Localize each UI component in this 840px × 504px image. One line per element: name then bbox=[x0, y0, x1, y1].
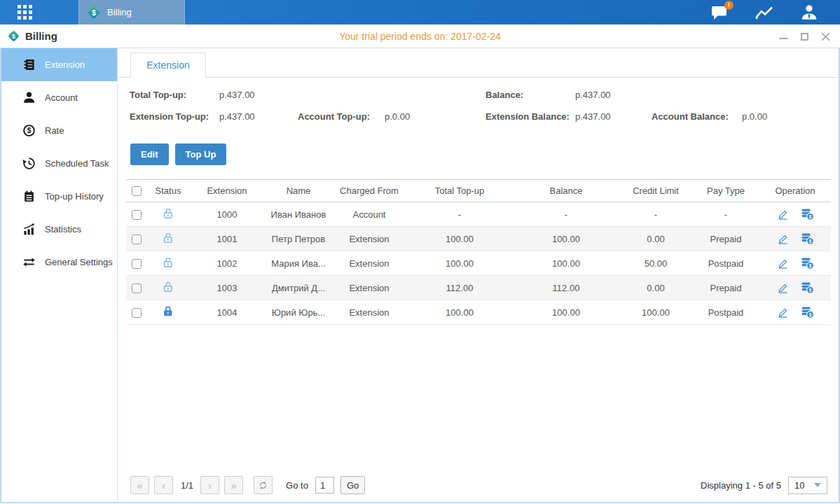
app-launcher-button[interactable] bbox=[0, 0, 49, 24]
app-grid-icon bbox=[18, 5, 32, 20]
top-up-icon[interactable]: $ bbox=[800, 232, 815, 246]
edit-icon[interactable] bbox=[776, 305, 790, 319]
sidebar-item-rate[interactable]: $ Rate bbox=[1, 114, 117, 147]
col-pay-type: Pay Type bbox=[692, 180, 759, 202]
table-body: 1000Иван ИвановAccount----$1001Петр Петр… bbox=[126, 202, 831, 325]
col-name: Name bbox=[265, 180, 332, 202]
row-checkbox[interactable] bbox=[132, 210, 142, 220]
general-settings-icon bbox=[22, 255, 36, 269]
top-up-icon[interactable]: $ bbox=[800, 305, 815, 319]
sidebar-item-statistics[interactable]: Statistics bbox=[1, 213, 117, 246]
goto-page-input[interactable] bbox=[315, 477, 334, 493]
status-cell bbox=[147, 251, 189, 276]
goto-label: Go to bbox=[286, 480, 308, 491]
pay-type-cell: Prepaid bbox=[692, 276, 759, 300]
chevron-down-icon bbox=[814, 483, 821, 487]
operation-cell: $ bbox=[759, 276, 831, 300]
extension-balance-value: p.437.00 bbox=[575, 111, 611, 122]
refresh-icon bbox=[258, 480, 268, 491]
row-checkbox[interactable] bbox=[132, 259, 142, 269]
account-topup-label: Account Top-up: bbox=[298, 111, 370, 122]
sidebar-item-label: Rate bbox=[45, 125, 64, 136]
row-checkbox[interactable] bbox=[132, 284, 142, 293]
app-body: Extension Account $ Rate bbox=[0, 48, 840, 503]
edit-icon[interactable] bbox=[776, 281, 790, 295]
charged-from-cell: Extension bbox=[332, 251, 406, 276]
first-page-button[interactable]: « bbox=[130, 476, 149, 494]
sidebar-item-account[interactable]: Account bbox=[1, 81, 117, 114]
sidebar-item-topup-history[interactable]: Top-up History bbox=[1, 180, 117, 213]
credit-limit-cell: 0.00 bbox=[619, 227, 692, 251]
table-row: 1004Юрий Юрь...Extension100.00100.00100.… bbox=[126, 300, 831, 325]
balance-cell: - bbox=[513, 202, 619, 227]
status-cell bbox=[147, 300, 189, 325]
row-checkbox[interactable] bbox=[132, 234, 142, 244]
operation-cell: $ bbox=[759, 202, 831, 227]
credit-limit-cell: 50.00 bbox=[619, 251, 692, 276]
last-page-button[interactable]: » bbox=[224, 476, 243, 494]
notification-badge: ! bbox=[724, 1, 734, 10]
lock-open-icon bbox=[161, 206, 175, 220]
lock-open-icon bbox=[161, 255, 175, 270]
col-extension: Extension bbox=[189, 180, 265, 202]
trial-notice: Your trial period ends on: 2017-02-24 bbox=[0, 31, 840, 42]
top-up-button[interactable]: Top Up bbox=[175, 144, 227, 165]
top-up-icon[interactable]: $ bbox=[800, 281, 815, 295]
extension-topup-value: p.437.00 bbox=[219, 111, 255, 122]
row-checkbox[interactable] bbox=[132, 308, 142, 318]
next-page-button[interactable]: › bbox=[200, 476, 219, 494]
status-cell bbox=[147, 227, 189, 251]
tab-extension[interactable]: Extension bbox=[130, 52, 206, 78]
sidebar-item-scheduled-task[interactable]: Scheduled Task bbox=[1, 147, 117, 180]
maximize-button[interactable] bbox=[799, 31, 809, 41]
page-size-select[interactable]: 10 bbox=[788, 477, 827, 494]
displaying-info: Displaying 1 - 5 of 5 bbox=[701, 480, 781, 491]
window-controls bbox=[778, 24, 830, 48]
topbar-tab-label: Billing bbox=[107, 7, 132, 18]
total-topup-cell: 100.00 bbox=[406, 227, 513, 251]
page-indicator: 1/1 bbox=[181, 480, 193, 491]
top-up-icon[interactable]: $ bbox=[800, 207, 815, 221]
close-button[interactable] bbox=[820, 31, 830, 41]
charged-from-cell: Extension bbox=[332, 300, 406, 325]
scheduled-task-icon bbox=[22, 157, 36, 170]
sidebar-item-label: Statistics bbox=[45, 224, 81, 234]
rate-icon: $ bbox=[22, 124, 36, 137]
maximize-icon bbox=[801, 33, 808, 41]
topbar-billing-tab[interactable]: $ Billing bbox=[78, 0, 185, 24]
credit-limit-cell: 100.00 bbox=[619, 300, 692, 325]
sidebar-item-label: Extension bbox=[45, 59, 85, 70]
minimize-button[interactable] bbox=[778, 31, 788, 41]
notifications-button[interactable]: ! bbox=[710, 4, 729, 22]
refresh-button[interactable] bbox=[254, 476, 273, 494]
edit-icon[interactable] bbox=[776, 207, 790, 221]
balance-cell: 100.00 bbox=[513, 300, 619, 325]
edit-icon[interactable] bbox=[776, 256, 790, 270]
name-cell: Дмитрий Д... bbox=[265, 276, 332, 300]
sidebar-item-general-settings[interactable]: General Settings bbox=[1, 246, 117, 279]
window-title-bar: $ Billing Your trial period ends on: 201… bbox=[0, 24, 840, 48]
select-all-checkbox[interactable] bbox=[132, 186, 142, 196]
credit-limit-cell: 0.00 bbox=[619, 276, 692, 300]
svg-text:$: $ bbox=[808, 312, 811, 318]
charged-from-cell: Extension bbox=[332, 227, 406, 251]
go-button[interactable]: Go bbox=[340, 476, 365, 494]
total-topup-cell: 112.00 bbox=[406, 276, 513, 300]
reports-button[interactable] bbox=[755, 4, 774, 22]
billing-diamond-icon: $ bbox=[86, 5, 102, 20]
edit-icon[interactable] bbox=[776, 232, 790, 246]
billing-app-window: $ Billing ! bbox=[0, 0, 840, 504]
extension-cell: 1001 bbox=[189, 227, 265, 251]
user-menu-button[interactable] bbox=[799, 4, 819, 22]
pay-type-cell: Postpaid bbox=[692, 251, 759, 276]
lock-open-icon bbox=[161, 231, 175, 245]
col-operation: Operation bbox=[759, 180, 831, 202]
prev-page-button[interactable]: ‹ bbox=[154, 476, 173, 494]
edit-button[interactable]: Edit bbox=[130, 144, 169, 165]
top-up-icon[interactable]: $ bbox=[800, 256, 815, 270]
operation-cell: $ bbox=[759, 300, 831, 325]
col-total-topup: Total Top-up bbox=[406, 180, 513, 202]
sidebar-item-extension[interactable]: Extension bbox=[1, 48, 117, 81]
sidebar-item-label: Account bbox=[45, 92, 78, 103]
extension-topup-label: Extension Top-up: bbox=[130, 111, 209, 122]
